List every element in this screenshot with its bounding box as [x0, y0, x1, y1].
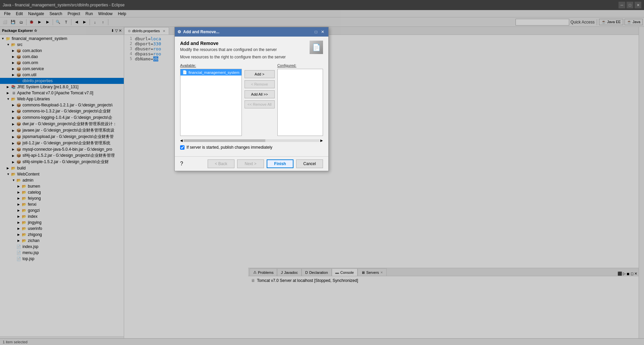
- scroll-left-icon[interactable]: ◀: [180, 139, 183, 142]
- available-item-icon: 📄: [182, 70, 187, 75]
- available-scroll-thumb: [183, 139, 265, 142]
- dialog-icon: ⚙: [177, 30, 181, 34]
- remove-all-button[interactable]: << Remove All: [245, 100, 275, 108]
- configured-column: Configured:: [277, 63, 323, 136]
- scroll-right-icon[interactable]: ▶: [320, 139, 323, 142]
- dialog-maximize[interactable]: □: [313, 29, 319, 35]
- dialog-header-icon: 📄: [310, 41, 323, 54]
- next-button[interactable]: Next >: [237, 159, 264, 168]
- transfer-buttons: Add > < Remove Add All >> << Remove All: [245, 63, 275, 108]
- available-column: Available: 📄 financial_management_system: [180, 63, 242, 136]
- dialog-heading: Add and Remove: [180, 41, 277, 46]
- available-item-label: financial_management_system: [189, 70, 239, 75]
- dialog-footer: ? < Back Next > Finish Cancel: [175, 156, 328, 171]
- available-item-0[interactable]: 📄 financial_management_system: [180, 69, 241, 76]
- available-scrollbar[interactable]: [183, 139, 320, 142]
- add-button[interactable]: Add >: [245, 70, 275, 78]
- dialog-overlay: ⚙ Add and Remove... □ ✕ Add and Remove M…: [0, 0, 644, 345]
- dialog-controls: □ ✕: [313, 29, 326, 35]
- remove-button[interactable]: < Remove: [245, 80, 275, 88]
- publish-checkbox[interactable]: [180, 145, 184, 150]
- dialog-body: Add and Remove Modify the resources that…: [175, 37, 328, 156]
- add-all-button[interactable]: Add All >>: [245, 90, 275, 98]
- back-button[interactable]: < Back: [208, 159, 234, 168]
- publish-checkbox-row: If server is started, publish changes im…: [180, 145, 323, 150]
- dialog-close[interactable]: ✕: [320, 29, 326, 35]
- help-icon[interactable]: ?: [180, 161, 183, 167]
- available-scrollbar-row: ◀ ▶: [180, 139, 323, 142]
- available-label: Available:: [180, 63, 242, 67]
- cancel-button[interactable]: Cancel: [296, 159, 323, 168]
- dialog-subtext: Modify the resources that are configured…: [180, 47, 277, 52]
- available-list[interactable]: 📄 financial_management_system: [180, 69, 242, 136]
- dialog-title-area: ⚙ Add and Remove...: [177, 30, 219, 34]
- dialog-titlebar: ⚙ Add and Remove... □ ✕: [175, 27, 328, 37]
- publish-checkbox-label: If server is started, publish changes im…: [186, 145, 272, 150]
- finish-button[interactable]: Finish: [267, 159, 293, 168]
- dialog-title-label: Add and Remove...: [183, 30, 219, 34]
- configured-label: Configured:: [277, 63, 323, 67]
- dialog-columns: Available: 📄 financial_management_system…: [180, 63, 323, 136]
- dialog-info: Move resources to the right to configure…: [180, 55, 323, 59]
- add-remove-dialog: ⚙ Add and Remove... □ ✕ Add and Remove M…: [174, 27, 329, 171]
- configured-list[interactable]: [277, 69, 323, 136]
